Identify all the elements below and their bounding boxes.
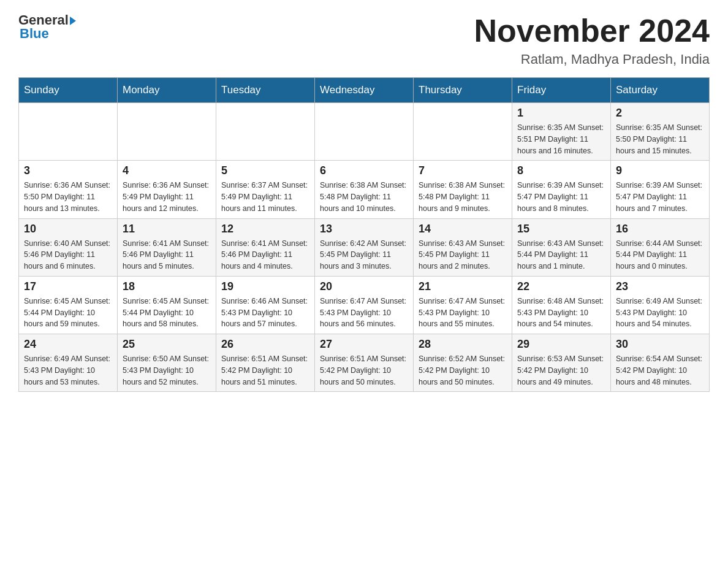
day-number: 27 (320, 338, 408, 351)
weekday-header-monday: Monday (118, 78, 216, 103)
weekday-header-wednesday: Wednesday (315, 78, 414, 103)
day-number: 4 (123, 164, 211, 177)
day-number: 19 (221, 280, 309, 293)
calendar-week-row: 24Sunrise: 6:49 AM Sunset: 5:43 PM Dayli… (19, 334, 710, 392)
day-number: 6 (320, 164, 408, 177)
calendar-cell: 6Sunrise: 6:38 AM Sunset: 5:48 PM Daylig… (315, 161, 414, 218)
calendar-cell: 3Sunrise: 6:36 AM Sunset: 5:50 PM Daylig… (19, 161, 118, 218)
calendar-week-row: 3Sunrise: 6:36 AM Sunset: 5:50 PM Daylig… (19, 161, 710, 218)
day-info: Sunrise: 6:41 AM Sunset: 5:46 PM Dayligh… (123, 238, 211, 272)
day-number: 20 (320, 280, 408, 293)
weekday-header-friday: Friday (512, 78, 611, 103)
calendar-table: SundayMondayTuesdayWednesdayThursdayFrid… (18, 77, 710, 392)
day-info: Sunrise: 6:41 AM Sunset: 5:46 PM Dayligh… (221, 238, 309, 272)
calendar-cell: 24Sunrise: 6:49 AM Sunset: 5:43 PM Dayli… (19, 334, 118, 392)
day-number: 1 (517, 107, 605, 120)
calendar-cell: 19Sunrise: 6:46 AM Sunset: 5:43 PM Dayli… (216, 276, 315, 334)
day-info: Sunrise: 6:39 AM Sunset: 5:47 PM Dayligh… (616, 180, 704, 214)
day-number: 25 (123, 338, 211, 351)
day-info: Sunrise: 6:43 AM Sunset: 5:45 PM Dayligh… (419, 238, 507, 272)
day-number: 18 (123, 280, 211, 293)
day-number: 13 (320, 223, 408, 236)
day-info: Sunrise: 6:47 AM Sunset: 5:43 PM Dayligh… (320, 296, 408, 330)
calendar-cell: 14Sunrise: 6:43 AM Sunset: 5:45 PM Dayli… (414, 218, 512, 276)
calendar-cell: 18Sunrise: 6:45 AM Sunset: 5:44 PM Dayli… (118, 276, 216, 334)
weekday-header-tuesday: Tuesday (216, 78, 315, 103)
title-area: November 2024 Ratlam, Madhya Pradesh, In… (474, 12, 710, 67)
day-info: Sunrise: 6:35 AM Sunset: 5:50 PM Dayligh… (616, 122, 704, 156)
day-number: 8 (517, 164, 605, 177)
day-info: Sunrise: 6:54 AM Sunset: 5:42 PM Dayligh… (616, 353, 704, 388)
calendar-cell: 26Sunrise: 6:51 AM Sunset: 5:42 PM Dayli… (216, 334, 315, 392)
day-number: 2 (616, 107, 704, 120)
day-number: 16 (616, 223, 704, 236)
calendar-cell (19, 103, 118, 161)
day-number: 9 (616, 164, 704, 177)
day-info: Sunrise: 6:49 AM Sunset: 5:43 PM Dayligh… (616, 296, 704, 330)
weekday-header-thursday: Thursday (414, 78, 512, 103)
weekday-header-row: SundayMondayTuesdayWednesdayThursdayFrid… (19, 78, 710, 103)
calendar-cell: 21Sunrise: 6:47 AM Sunset: 5:43 PM Dayli… (414, 276, 512, 334)
day-info: Sunrise: 6:51 AM Sunset: 5:42 PM Dayligh… (320, 353, 408, 388)
calendar-cell: 20Sunrise: 6:47 AM Sunset: 5:43 PM Dayli… (315, 276, 414, 334)
calendar-cell: 13Sunrise: 6:42 AM Sunset: 5:45 PM Dayli… (315, 218, 414, 276)
day-info: Sunrise: 6:53 AM Sunset: 5:42 PM Dayligh… (517, 353, 605, 388)
day-number: 30 (616, 338, 704, 351)
day-info: Sunrise: 6:45 AM Sunset: 5:44 PM Dayligh… (24, 296, 112, 330)
calendar-cell: 28Sunrise: 6:52 AM Sunset: 5:42 PM Dayli… (414, 334, 512, 392)
day-info: Sunrise: 6:51 AM Sunset: 5:42 PM Dayligh… (221, 353, 309, 388)
day-info: Sunrise: 6:36 AM Sunset: 5:50 PM Dayligh… (24, 180, 112, 214)
day-info: Sunrise: 6:44 AM Sunset: 5:44 PM Dayligh… (616, 238, 704, 272)
day-number: 26 (221, 338, 309, 351)
page-header: General Blue November 2024 Ratlam, Madhy… (18, 12, 710, 67)
month-year-title: November 2024 (474, 12, 710, 49)
calendar-week-row: 17Sunrise: 6:45 AM Sunset: 5:44 PM Dayli… (19, 276, 710, 334)
day-info: Sunrise: 6:46 AM Sunset: 5:43 PM Dayligh… (221, 296, 309, 330)
day-number: 14 (419, 223, 507, 236)
day-info: Sunrise: 6:36 AM Sunset: 5:49 PM Dayligh… (123, 180, 211, 214)
calendar-cell: 27Sunrise: 6:51 AM Sunset: 5:42 PM Dayli… (315, 334, 414, 392)
day-number: 15 (517, 223, 605, 236)
day-number: 23 (616, 280, 704, 293)
calendar-cell: 7Sunrise: 6:38 AM Sunset: 5:48 PM Daylig… (414, 161, 512, 218)
day-info: Sunrise: 6:47 AM Sunset: 5:43 PM Dayligh… (419, 296, 507, 330)
day-number: 21 (419, 280, 507, 293)
calendar-cell: 2Sunrise: 6:35 AM Sunset: 5:50 PM Daylig… (611, 103, 710, 161)
day-number: 29 (517, 338, 605, 351)
calendar-cell: 5Sunrise: 6:37 AM Sunset: 5:49 PM Daylig… (216, 161, 315, 218)
day-number: 5 (221, 164, 309, 177)
day-number: 24 (24, 338, 112, 351)
calendar-cell: 4Sunrise: 6:36 AM Sunset: 5:49 PM Daylig… (118, 161, 216, 218)
day-info: Sunrise: 6:37 AM Sunset: 5:49 PM Dayligh… (221, 180, 309, 214)
day-info: Sunrise: 6:40 AM Sunset: 5:46 PM Dayligh… (24, 238, 112, 272)
day-number: 10 (24, 223, 112, 236)
calendar-cell: 9Sunrise: 6:39 AM Sunset: 5:47 PM Daylig… (611, 161, 710, 218)
logo: General Blue (18, 12, 76, 42)
day-number: 17 (24, 280, 112, 293)
location-subtitle: Ratlam, Madhya Pradesh, India (474, 52, 710, 67)
calendar-cell: 1Sunrise: 6:35 AM Sunset: 5:51 PM Daylig… (512, 103, 611, 161)
day-info: Sunrise: 6:45 AM Sunset: 5:44 PM Dayligh… (123, 296, 211, 330)
calendar-cell: 30Sunrise: 6:54 AM Sunset: 5:42 PM Dayli… (611, 334, 710, 392)
calendar-cell: 8Sunrise: 6:39 AM Sunset: 5:47 PM Daylig… (512, 161, 611, 218)
calendar-cell: 23Sunrise: 6:49 AM Sunset: 5:43 PM Dayli… (611, 276, 710, 334)
calendar-cell: 15Sunrise: 6:43 AM Sunset: 5:44 PM Dayli… (512, 218, 611, 276)
calendar-week-row: 1Sunrise: 6:35 AM Sunset: 5:51 PM Daylig… (19, 103, 710, 161)
day-info: Sunrise: 6:39 AM Sunset: 5:47 PM Dayligh… (517, 180, 605, 214)
day-info: Sunrise: 6:49 AM Sunset: 5:43 PM Dayligh… (24, 353, 112, 388)
day-info: Sunrise: 6:52 AM Sunset: 5:42 PM Dayligh… (419, 353, 507, 388)
calendar-cell: 10Sunrise: 6:40 AM Sunset: 5:46 PM Dayli… (19, 218, 118, 276)
weekday-header-saturday: Saturday (611, 78, 710, 103)
calendar-cell: 22Sunrise: 6:48 AM Sunset: 5:43 PM Dayli… (512, 276, 611, 334)
logo-arrow-icon (70, 17, 76, 25)
calendar-cell (118, 103, 216, 161)
day-info: Sunrise: 6:43 AM Sunset: 5:44 PM Dayligh… (517, 238, 605, 272)
day-number: 3 (24, 164, 112, 177)
calendar-cell: 25Sunrise: 6:50 AM Sunset: 5:43 PM Dayli… (118, 334, 216, 392)
calendar-cell (216, 103, 315, 161)
logo-blue-text: Blue (20, 26, 49, 42)
day-number: 7 (419, 164, 507, 177)
day-info: Sunrise: 6:35 AM Sunset: 5:51 PM Dayligh… (517, 122, 605, 156)
day-number: 12 (221, 223, 309, 236)
day-info: Sunrise: 6:42 AM Sunset: 5:45 PM Dayligh… (320, 238, 408, 272)
